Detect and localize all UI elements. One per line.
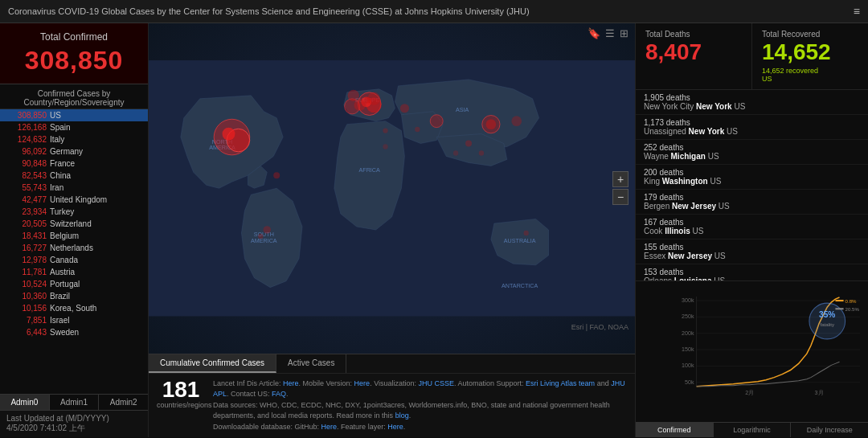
jhu-csse-link[interactable]: JHU CSSE (419, 379, 455, 387)
map-top-icons: 🔖 ☰ ⊞ (588, 27, 628, 39)
admin-tab-1[interactable]: Admin1 (50, 395, 100, 410)
country-list[interactable]: 308,850US126,168Spain124,632Italy96,092G… (0, 109, 148, 394)
mobile-link[interactable]: Here (354, 379, 371, 387)
map-container[interactable]: NORTH AMERICA SOUTH AMERICA ASIA AFRICA … (149, 23, 635, 354)
country-count: 16,727 (6, 244, 47, 252)
death-count: 167 deaths (644, 218, 860, 227)
blog-link[interactable]: blog (395, 411, 409, 420)
country-name: Switzerland (50, 219, 92, 228)
country-name: Belgium (50, 231, 79, 240)
map-controls: + − (612, 171, 628, 205)
svg-point-21 (486, 119, 497, 129)
death-count: 1,905 deaths (644, 93, 860, 102)
admin-tab-0[interactable]: Admin0 (0, 395, 50, 410)
sidebar: Total Confirmed 308,850 Confirmed Cases … (0, 23, 149, 437)
map-tab-active[interactable]: Active Cases (276, 354, 346, 373)
svg-text:50k: 50k (685, 379, 694, 386)
svg-text:AFRICA: AFRICA (359, 167, 380, 174)
svg-point-23 (511, 116, 522, 126)
stats-boxes: Total Deaths 8,407 Total Recovered 14,65… (636, 23, 868, 90)
death-item: 1,905 deathsNew York City New York US (636, 90, 868, 115)
death-item: 252 deathsWayne Michigan US (636, 140, 868, 165)
country-item[interactable]: 20,505Switzerland (0, 218, 148, 230)
country-count: 42,477 (6, 195, 47, 204)
death-location: Bergen New Jersey US (644, 202, 860, 211)
country-count: 10,156 (6, 304, 47, 313)
death-count: 179 deaths (644, 193, 860, 202)
country-item[interactable]: 124,632Italy (0, 133, 148, 145)
total-confirmed-box: Total Confirmed 308,850 (0, 23, 148, 84)
last-updated: Last Updated at (M/D/YYYY) 4/5/2020 7:41… (0, 410, 148, 437)
grid-icon[interactable]: ⊞ (620, 27, 628, 39)
country-item[interactable]: 126,168Spain (0, 121, 148, 133)
country-item[interactable]: 6,443Sweden (0, 326, 148, 338)
footnote-3: Downloadable database: GitHub: Here. Fea… (213, 422, 627, 433)
death-item: 155 deathsEssex New Jersey US (636, 239, 868, 264)
country-count: 23,934 (6, 207, 47, 216)
deaths-list[interactable]: 1,905 deathsNew York City New York US1,1… (636, 90, 868, 281)
country-item[interactable]: 82,543China (0, 170, 148, 182)
feature-link[interactable]: Here (387, 423, 403, 431)
chart-tab-logarithmic[interactable]: Logarithmic (714, 423, 792, 437)
chart-tab-daily[interactable]: Daily Increase (791, 423, 868, 437)
svg-point-28 (479, 150, 484, 155)
zoom-in-button[interactable]: + (612, 171, 628, 187)
country-item[interactable]: 42,477United Kingdom (0, 194, 148, 206)
country-count: 11,781 (6, 268, 47, 276)
github-link[interactable]: Here (321, 423, 338, 431)
svg-text:AUSTRALIA: AUSTRALIA (504, 238, 536, 244)
country-item[interactable]: 308,850US (0, 109, 148, 121)
list-icon[interactable]: ☰ (605, 27, 615, 39)
svg-text:20.5%: 20.5% (845, 306, 860, 312)
faq-link[interactable]: FAQ (272, 390, 286, 398)
country-item[interactable]: 16,727Netherlands (0, 242, 148, 254)
svg-text:SOUTH: SOUTH (254, 231, 274, 238)
country-name: US (50, 111, 61, 120)
svg-point-25 (383, 128, 387, 133)
country-name: Sweden (50, 328, 79, 337)
country-item[interactable]: 18,431Belgium (0, 230, 148, 242)
svg-text:3月: 3月 (815, 390, 824, 396)
death-count: 153 deaths (644, 268, 860, 276)
header: Coronavirus COVID-19 Global Cases by the… (0, 0, 868, 23)
country-count: 126,168 (6, 123, 47, 132)
zoom-out-button[interactable]: − (612, 189, 628, 205)
country-item[interactable]: 10,524Portugal (0, 278, 148, 290)
last-updated-label: Last Updated at (M/D/YYYY) (6, 414, 141, 423)
country-item[interactable]: 12,978Canada (0, 254, 148, 266)
death-count: 200 deaths (644, 168, 860, 177)
confirmed-by-country-label: Confirmed Cases byCountry/Region/Soverei… (0, 84, 148, 109)
country-item[interactable]: 10,360Brazil (0, 290, 148, 302)
country-name: Israel (50, 316, 69, 325)
country-item[interactable]: 55,743Iran (0, 182, 148, 194)
svg-point-29 (523, 231, 528, 235)
country-name: United Kingdom (50, 195, 107, 204)
bookmark-icon[interactable]: 🔖 (588, 27, 600, 39)
country-item[interactable]: 7,851Israel (0, 314, 148, 326)
country-item[interactable]: 10,156Korea, South (0, 302, 148, 314)
esri-link[interactable]: Esri Living Atlas team (526, 379, 595, 387)
menu-icon[interactable]: ≡ (854, 5, 860, 18)
map-tabs: Cumulative Confirmed Cases Active Cases (149, 354, 635, 373)
death-location: New York City New York US (644, 102, 860, 111)
country-item[interactable]: 23,934Turkey (0, 206, 148, 218)
svg-point-32 (453, 150, 458, 155)
svg-point-30 (258, 234, 263, 239)
admin-tab-2[interactable]: Admin2 (99, 395, 148, 410)
country-item[interactable]: 96,092Germany (0, 145, 148, 158)
country-name: Canada (50, 256, 78, 264)
country-count: 90,848 (6, 159, 47, 168)
footnote-2: Data sources: WHO, CDC, ECDC, NHC, DXY, … (213, 400, 627, 422)
total-confirmed-number: 308,850 (8, 46, 140, 76)
recovered-label: Total Recovered (762, 30, 858, 39)
svg-text:ASIA: ASIA (456, 107, 469, 113)
country-name: Korea, South (50, 304, 96, 313)
chart-svg: 300k 250k 200k 150k 100k 50k 2月 3月 (668, 285, 864, 406)
death-item: 1,173 deathsUnassigned New York US (636, 115, 868, 140)
country-item[interactable]: 90,848France (0, 158, 148, 170)
lancet-link[interactable]: Here (283, 379, 299, 387)
country-item[interactable]: 11,781Austria (0, 266, 148, 278)
total-confirmed-label: Total Confirmed (8, 31, 140, 43)
chart-tab-confirmed[interactable]: Confirmed (636, 423, 714, 437)
map-tab-cumulative[interactable]: Cumulative Confirmed Cases (149, 354, 276, 373)
